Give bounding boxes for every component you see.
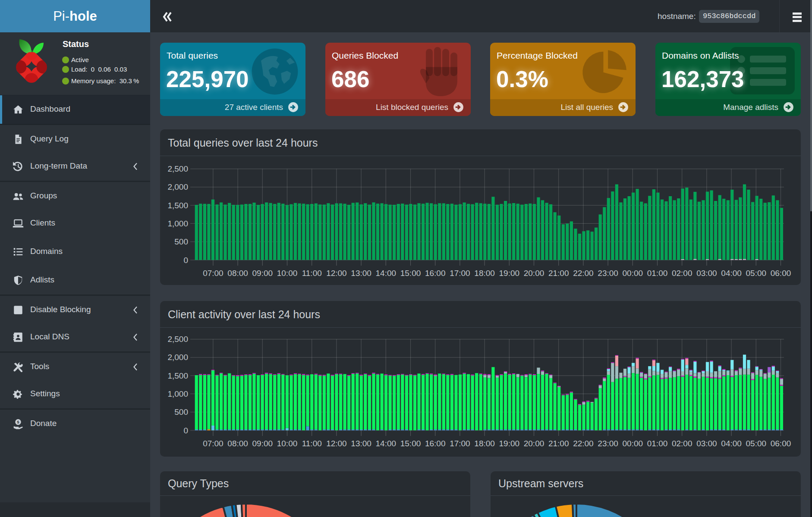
svg-text:05:00: 05:00 <box>746 269 767 278</box>
svg-text:500: 500 <box>174 407 188 417</box>
svg-text:500: 500 <box>174 237 188 246</box>
svg-text:22:00: 22:00 <box>573 269 594 278</box>
svg-text:11:00: 11:00 <box>302 439 322 448</box>
svg-text:01:00: 01:00 <box>647 269 668 278</box>
svg-text:0: 0 <box>183 426 188 435</box>
svg-text:00:00: 00:00 <box>623 439 643 448</box>
svg-text:08:00: 08:00 <box>227 269 248 278</box>
svg-text:15:00: 15:00 <box>400 269 421 278</box>
svg-text:21:00: 21:00 <box>548 439 569 448</box>
svg-text:04:00: 04:00 <box>721 439 742 448</box>
svg-text:03:00: 03:00 <box>696 439 717 448</box>
svg-text:1,000: 1,000 <box>167 389 188 398</box>
svg-text:09:00: 09:00 <box>252 269 273 278</box>
svg-text:2,500: 2,500 <box>167 164 188 173</box>
svg-text:23:00: 23:00 <box>598 269 618 278</box>
svg-text:20:00: 20:00 <box>524 439 544 448</box>
svg-text:0: 0 <box>183 256 188 265</box>
svg-text:18:00: 18:00 <box>474 269 495 278</box>
svg-text:10:00: 10:00 <box>277 439 298 448</box>
svg-text:04:00: 04:00 <box>721 269 742 278</box>
svg-text:03:00: 03:00 <box>696 269 717 278</box>
svg-text:02:00: 02:00 <box>672 439 692 448</box>
svg-text:2,000: 2,000 <box>167 182 188 191</box>
svg-text:06:00: 06:00 <box>771 269 791 278</box>
svg-text:22:00: 22:00 <box>573 439 594 448</box>
svg-text:13:00: 13:00 <box>351 269 371 278</box>
svg-text:12:00: 12:00 <box>326 269 347 278</box>
svg-text:06:00: 06:00 <box>771 439 791 448</box>
svg-text:12:00: 12:00 <box>326 439 347 448</box>
svg-text:14:00: 14:00 <box>376 439 397 448</box>
svg-text:01:00: 01:00 <box>647 439 668 448</box>
svg-text:11:00: 11:00 <box>302 269 322 278</box>
svg-text:09:00: 09:00 <box>252 439 273 448</box>
svg-text:15:00: 15:00 <box>400 439 421 448</box>
svg-text:13:00: 13:00 <box>351 439 371 448</box>
svg-text:23:00: 23:00 <box>598 439 618 448</box>
svg-text:1,500: 1,500 <box>167 201 188 210</box>
svg-text:02:00: 02:00 <box>672 269 692 278</box>
svg-text:1,000: 1,000 <box>167 219 188 228</box>
svg-text:05:00: 05:00 <box>746 439 767 448</box>
svg-text:16:00: 16:00 <box>425 439 446 448</box>
svg-text:19:00: 19:00 <box>499 439 520 448</box>
svg-text:17:00: 17:00 <box>450 439 470 448</box>
svg-text:2,000: 2,000 <box>167 353 188 362</box>
svg-text:07:00: 07:00 <box>203 439 223 448</box>
svg-text:20:00: 20:00 <box>524 269 544 278</box>
svg-text:19:00: 19:00 <box>499 269 520 278</box>
svg-text:14:00: 14:00 <box>376 269 397 278</box>
svg-text:2,500: 2,500 <box>167 335 188 344</box>
svg-text:00:00: 00:00 <box>623 269 643 278</box>
svg-text:$: $ <box>17 420 19 424</box>
svg-text:18:00: 18:00 <box>474 439 495 448</box>
svg-text:21:00: 21:00 <box>548 269 569 278</box>
svg-text:17:00: 17:00 <box>450 269 470 278</box>
svg-text:10:00: 10:00 <box>277 269 298 278</box>
svg-text:1,500: 1,500 <box>167 371 188 380</box>
svg-text:08:00: 08:00 <box>227 439 248 448</box>
svg-text:16:00: 16:00 <box>425 269 446 278</box>
svg-text:07:00: 07:00 <box>203 269 223 278</box>
